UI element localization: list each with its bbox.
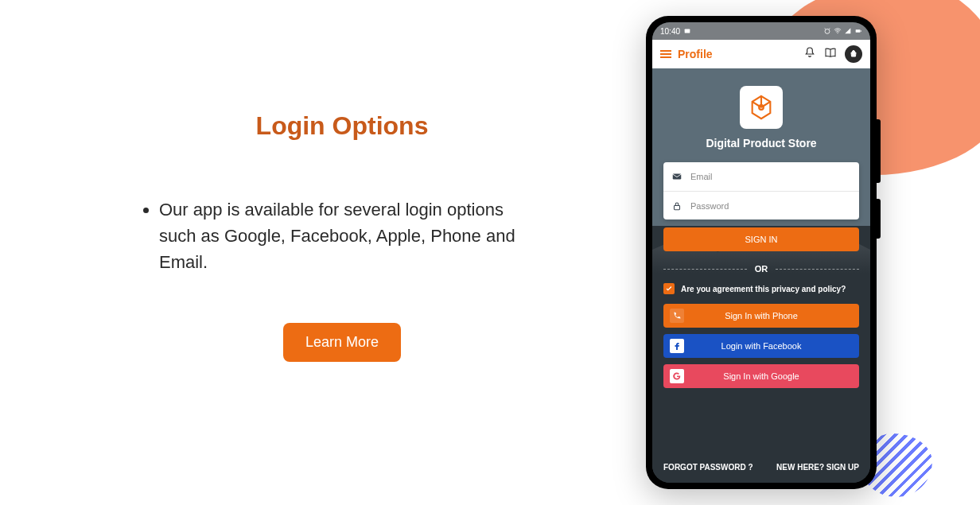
menu-icon[interactable] [660,50,671,58]
svg-rect-7 [675,205,680,209]
wifi-icon [834,27,842,35]
book-icon[interactable] [824,46,837,62]
alarm-icon [823,27,831,35]
app-header: Profile [652,40,870,68]
status-right [823,27,862,35]
google-icon [670,369,684,383]
svg-rect-6 [673,174,682,180]
left-content: Login Options Our app is available for s… [143,111,541,362]
feature-list: Our app is available for several login o… [143,196,541,275]
signup-link[interactable]: NEW HERE? SIGN UP [776,463,859,472]
email-input[interactable] [690,172,851,181]
section-heading: Login Options [143,111,541,141]
phone-signin-label: Sign In with Phone [725,311,798,320]
phone-screen: 10:40 Profile [652,22,870,483]
signal-icon [844,27,852,35]
email-icon [671,171,682,182]
facebook-login-button[interactable]: Login with Facebook [663,334,859,358]
facebook-login-label: Login with Facebook [721,341,802,351]
agreement-text: Are you agreement this privacy and polic… [681,285,846,293]
battery-icon [854,27,862,35]
forgot-password-link[interactable]: FORGOT PASSWORD ? [663,463,753,472]
page-title: Profile [678,48,797,60]
or-label: OR [755,264,768,274]
status-bar: 10:40 [652,22,870,40]
google-signin-label: Sign In with Google [723,371,799,381]
store-title: Digital Product Store [663,137,859,150]
facebook-icon [670,339,684,353]
agreement-checkbox[interactable] [663,283,675,294]
svg-rect-0 [685,29,690,33]
phone-signin-button[interactable]: Sign In with Phone [663,304,859,328]
notification-icon[interactable] [803,46,816,62]
or-divider: OR [663,264,859,274]
notification-card-icon [683,27,691,35]
app-logo [740,86,783,129]
learn-more-button[interactable]: Learn More [283,323,401,362]
feature-list-item: Our app is available for several login o… [159,196,541,275]
login-panel: Digital Product Store [652,68,870,483]
phone-icon [670,309,684,323]
svg-rect-3 [856,29,861,32]
status-time: 10:40 [660,27,680,36]
login-content: Digital Product Store [652,68,870,483]
sign-in-label: SIGN IN [745,235,778,244]
agreement-row: Are you agreement this privacy and polic… [663,283,859,294]
svg-point-2 [837,33,838,33]
status-left: 10:40 [660,27,691,36]
credentials-group [663,162,859,219]
cart-icon[interactable] [845,45,862,63]
lock-icon [671,200,682,212]
svg-point-1 [825,29,830,34]
password-input[interactable] [690,201,851,211]
google-signin-button[interactable]: Sign In with Google [663,364,859,388]
sign-in-button[interactable]: SIGN IN [663,227,859,251]
bottom-links: FORGOT PASSWORD ? NEW HERE? SIGN UP [663,463,859,475]
email-field-wrapper [663,162,859,191]
header-actions [803,45,862,63]
phone-frame: 10:40 Profile [646,16,877,489]
svg-rect-4 [861,30,861,32]
password-field-wrapper [663,191,859,219]
